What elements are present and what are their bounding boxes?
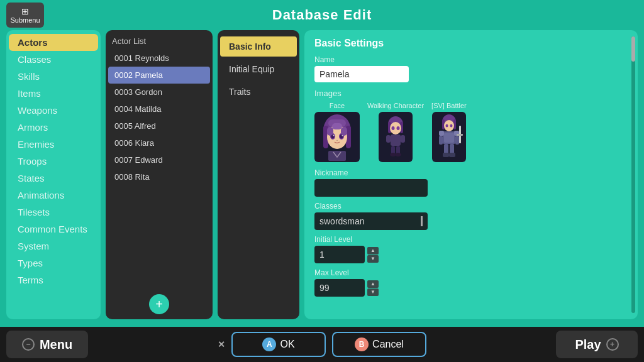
actor-item-0006[interactable]: 0006 Kiara (108, 134, 210, 151)
classes-select[interactable]: swordsman (314, 212, 428, 230)
svg-point-22 (397, 126, 400, 130)
images-label: Images (314, 89, 628, 98)
walking-svg (380, 113, 411, 161)
initial-level-up[interactable]: ▲ (367, 247, 379, 255)
sidebar-item-classes[interactable]: Classes (9, 51, 98, 68)
svg-rect-46 (450, 144, 454, 154)
nickname-input[interactable] (314, 179, 428, 197)
submenu-button[interactable]: ⊞ Submenu (6, 3, 44, 28)
svg-rect-13 (341, 127, 347, 136)
svg-rect-15 (328, 151, 346, 161)
svg-point-34 (444, 120, 454, 131)
play-label: Play (575, 337, 601, 352)
svg-point-35 (445, 124, 448, 128)
face-image[interactable] (314, 112, 360, 162)
sidebar-item-tilesets[interactable]: Tilesets (9, 204, 98, 221)
initial-level-label: Initial Level (314, 235, 628, 244)
name-input[interactable] (314, 66, 409, 82)
actor-item-0001[interactable]: 0001 Reynolds (108, 50, 210, 67)
actor-item-0008[interactable]: 0008 Rita (108, 168, 210, 185)
sidebar-item-system[interactable]: System (9, 238, 98, 255)
max-level-up[interactable]: ▲ (367, 280, 379, 288)
sidebar-item-troops[interactable]: Troops (9, 153, 98, 170)
settings-title: Basic Settings (314, 38, 628, 49)
initial-level-down[interactable]: ▼ (367, 255, 379, 263)
face-col: Face (314, 102, 360, 162)
actor-item-0005[interactable]: 0005 Alfred (108, 118, 210, 134)
name-label: Name (314, 55, 628, 64)
menu-icon: − (22, 338, 35, 351)
battler-svg (433, 113, 465, 161)
svg-point-36 (450, 124, 452, 128)
svg-point-21 (392, 126, 395, 130)
sidebar-item-terms[interactable]: Terms (9, 272, 98, 288)
bottom-bar: − Menu ✕ A OK B Cancel Play + (0, 327, 644, 362)
tab-initial-equip[interactable]: Initial Equip (220, 59, 297, 79)
svg-rect-45 (444, 144, 448, 154)
x-badge: ✕ (218, 339, 225, 349)
sidebar-item-actors[interactable]: Actors (9, 34, 98, 51)
sidebar-item-skills[interactable]: Skills (9, 68, 98, 85)
page-title: Database Edit (272, 7, 372, 23)
svg-rect-38 (444, 133, 454, 143)
play-icon: + (606, 338, 619, 351)
tab-traits[interactable]: Traits (220, 82, 297, 102)
classes-cursor (421, 216, 423, 226)
face-svg (316, 113, 358, 161)
cancel-button[interactable]: B Cancel (332, 332, 426, 357)
svg-point-10 (333, 135, 335, 136)
actor-list-panel: Actor List 0001 Reynolds 0002 Pamela 000… (106, 30, 213, 319)
battler-image[interactable] (432, 112, 466, 162)
play-button[interactable]: Play + (556, 331, 638, 358)
add-actor-button[interactable]: + (149, 294, 169, 314)
actor-item-0004[interactable]: 0004 Matilda (108, 101, 210, 118)
battler-col: [SV] Battler (431, 102, 467, 162)
walking-label: Walking Character (367, 102, 424, 109)
nickname-label: Nickname (314, 168, 628, 177)
sidebar-item-animations[interactable]: Animations (9, 187, 98, 204)
ok-label: OK (280, 339, 294, 350)
svg-rect-12 (327, 127, 333, 136)
max-level-spinner: ▲ ▼ (367, 280, 379, 296)
max-level-field: ▲ ▼ (314, 279, 628, 297)
sidebar-item-weapons[interactable]: Weapons (9, 102, 98, 119)
svg-rect-23 (391, 134, 401, 146)
initial-level-spinner: ▲ ▼ (367, 247, 379, 263)
battler-label: [SV] Battler (431, 102, 467, 109)
sidebar-item-types[interactable]: Types (9, 255, 98, 272)
svg-rect-42 (455, 136, 459, 145)
walking-image[interactable] (379, 112, 413, 162)
actor-list-title: Actor List (106, 35, 213, 50)
actor-item-0003[interactable]: 0003 Gordon (108, 84, 210, 101)
svg-rect-39 (439, 131, 444, 136)
top-bar: ⊞ Submenu Database Edit (0, 0, 644, 30)
actor-item-0007[interactable]: 0007 Edward (108, 151, 210, 168)
sidebar-item-items[interactable]: Items (9, 85, 98, 102)
classes-value: swordsman (319, 216, 365, 226)
ok-button[interactable]: A OK (231, 332, 326, 357)
sidebar-item-common-events[interactable]: Common Events (9, 221, 98, 238)
sidebar-item-states[interactable]: States (9, 170, 98, 187)
walking-col: Walking Character (367, 102, 424, 162)
tab-basic-info[interactable]: Basic Info (220, 36, 297, 57)
scrollbar[interactable] (631, 36, 635, 313)
cancel-label: Cancel (372, 339, 404, 350)
sidebar-item-armors[interactable]: Armors (9, 119, 98, 136)
main-content: Actors Classes Skills Items Weapons Armo… (6, 30, 638, 319)
sidebar-item-enemies[interactable]: Enemies (9, 136, 98, 153)
svg-rect-24 (386, 135, 391, 143)
menu-button[interactable]: − Menu (6, 331, 88, 358)
max-level-down[interactable]: ▼ (367, 288, 379, 296)
face-label: Face (330, 102, 345, 109)
svg-point-29 (395, 153, 401, 156)
bottom-center: ✕ A OK B Cancel (218, 332, 426, 357)
actor-item-0002[interactable]: 0002 Pamela (108, 67, 210, 84)
svg-rect-44 (457, 134, 463, 136)
svg-rect-48 (449, 153, 455, 157)
scrollbar-thumb (631, 36, 635, 62)
classes-label: Classes (314, 202, 628, 211)
initial-level-input[interactable] (314, 246, 365, 263)
submenu-label: Submenu (10, 16, 40, 24)
max-level-input[interactable] (314, 279, 365, 297)
svg-rect-41 (439, 136, 443, 145)
